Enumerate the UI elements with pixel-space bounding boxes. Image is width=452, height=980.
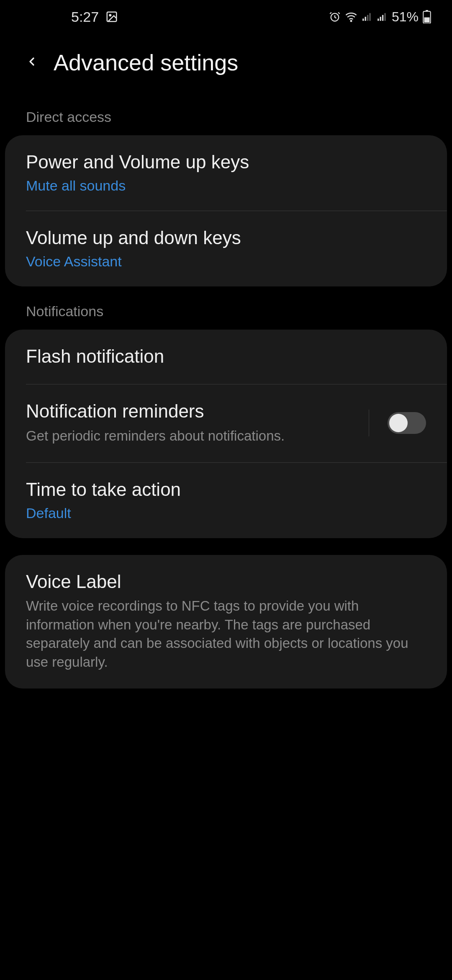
toggle-divider [369,410,369,436]
row-power-volume-up[interactable]: Power and Volume up keys Mute all sounds [5,135,447,211]
status-bar: 5:27 [0,0,452,34]
row-voice-label[interactable]: Voice Label Write voice recordings to NF… [5,555,447,689]
row-flash-notification[interactable]: Flash notification [5,330,447,384]
svg-rect-9 [380,17,381,21]
card-voice-label: Voice Label Write voice recordings to NF… [5,555,447,689]
row-description: Write voice recordings to NFC tags to pr… [26,597,426,671]
row-time-to-take-action[interactable]: Time to take action Default [26,462,447,538]
row-title: Voice Label [26,571,426,593]
svg-point-3 [351,21,352,22]
wifi-icon [345,10,357,23]
section-header-direct-access: Direct access [0,92,452,135]
row-title: Notification reminders [26,400,360,423]
battery-icon [423,10,431,23]
back-button[interactable] [25,52,39,73]
row-subtitle: Default [26,505,426,521]
status-time: 5:27 [71,9,99,25]
svg-rect-8 [378,18,379,21]
svg-rect-10 [382,15,383,21]
notification-reminders-toggle[interactable] [388,412,426,434]
svg-rect-5 [365,17,366,21]
svg-rect-7 [369,13,370,21]
status-right: 51% [329,9,431,25]
svg-rect-6 [367,15,368,21]
svg-rect-4 [362,18,364,21]
row-notification-reminders[interactable]: Notification reminders Get periodic remi… [26,384,447,462]
image-icon [105,10,118,23]
page-title: Advanced settings [54,49,238,75]
page-header: Advanced settings [0,34,452,92]
signal-icon-2 [377,11,388,22]
row-volume-up-down[interactable]: Volume up and down keys Voice Assistant [26,211,447,286]
alarm-icon [329,11,341,23]
row-title: Time to take action [26,479,426,501]
card-notifications: Flash notification Notification reminder… [5,330,447,538]
row-description: Get periodic reminders about notificatio… [26,427,360,446]
row-title: Power and Volume up keys [26,151,426,173]
row-subtitle: Mute all sounds [26,178,426,194]
status-left: 5:27 [71,9,118,25]
signal-icon [362,11,372,22]
row-title: Volume up and down keys [26,227,426,249]
row-subtitle: Voice Assistant [26,253,426,270]
svg-rect-11 [384,13,385,21]
toggle-knob [389,414,408,432]
svg-point-1 [110,14,111,16]
row-title: Flash notification [26,346,426,368]
svg-rect-14 [424,17,429,22]
battery-text: 51% [392,9,419,25]
svg-rect-13 [426,10,428,11]
card-direct-access: Power and Volume up keys Mute all sounds… [5,135,447,286]
section-header-notifications: Notifications [0,286,452,330]
